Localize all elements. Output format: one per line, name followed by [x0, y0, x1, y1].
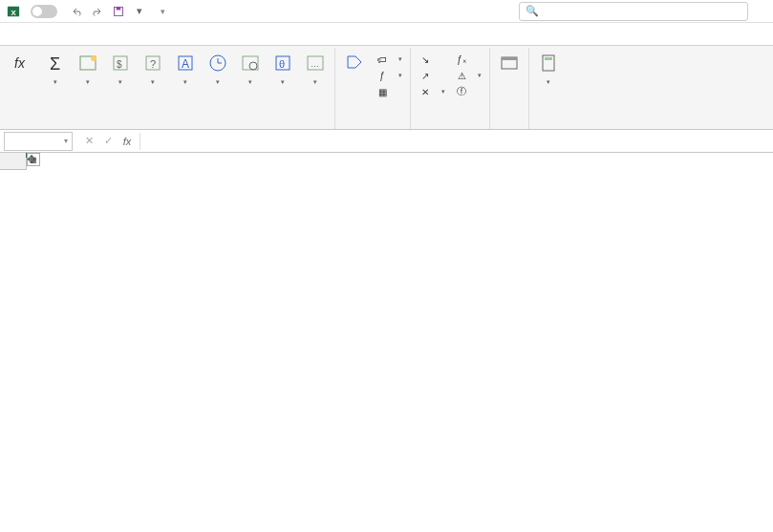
svg-rect-22	[502, 57, 517, 60]
create-from-selection-button[interactable]: ▦	[374, 84, 404, 99]
tag-small-icon: 🏷	[376, 53, 389, 66]
svg-text:?: ?	[150, 58, 156, 70]
remove-arrows-button[interactable]: ✕▾	[417, 84, 447, 99]
filename-chevron-icon[interactable]: ▾	[161, 7, 165, 16]
trace-precedents-button[interactable]: ↘	[417, 52, 447, 67]
clock-icon	[206, 52, 229, 74]
financial-icon: $	[109, 52, 132, 74]
calculator-icon	[537, 52, 560, 74]
autosum-button[interactable]: Σ ▾	[40, 50, 71, 88]
eval-icon: ⓕ	[455, 85, 468, 98]
svg-point-16	[249, 62, 257, 70]
insert-function-button[interactable]: fx	[8, 50, 38, 78]
error-check-button[interactable]: ⚠▾	[453, 68, 483, 83]
svg-text:fx: fx	[14, 55, 26, 71]
chevron-down-icon: ▾	[64, 137, 68, 145]
name-box[interactable]: ▾	[4, 132, 73, 151]
more-icon: …	[304, 52, 327, 74]
title-bar: X ▾ ▾ 🔍	[0, 0, 773, 23]
excel-logo-icon: X	[6, 4, 21, 19]
svg-text:θ: θ	[279, 58, 285, 70]
svg-rect-3	[117, 7, 121, 10]
qat-dropdown[interactable]: ▾	[132, 4, 147, 19]
logical-button[interactable]: ? ▾	[138, 50, 168, 88]
svg-rect-24	[545, 57, 552, 60]
smart-tag-icon[interactable]: ▦	[27, 153, 40, 166]
math-button[interactable]: θ ▾	[268, 50, 298, 88]
svg-text:$: $	[117, 59, 122, 70]
svg-text:Σ: Σ	[50, 54, 60, 74]
datetime-button[interactable]: ▾	[203, 50, 233, 88]
recent-functions-button[interactable]: ▾	[73, 50, 103, 88]
other-functions-button[interactable]: … ▾	[300, 50, 331, 88]
tag-icon	[343, 52, 366, 74]
svg-text:A: A	[182, 57, 189, 71]
sigma-icon: Σ	[44, 52, 67, 74]
name-manager-button[interactable]	[339, 50, 370, 78]
ribbon: fx Σ ▾ ▾ $ ▾ ? ▾ A ▾	[0, 46, 773, 130]
recent-icon	[76, 52, 99, 74]
svg-point-7	[91, 55, 97, 61]
logical-icon: ?	[141, 52, 164, 74]
define-name-button[interactable]: 🏷▾	[374, 52, 404, 67]
text-button[interactable]: A ▾	[170, 50, 201, 88]
fx-icon: fx	[11, 52, 34, 74]
show-formulas-button[interactable]: ƒₓ	[453, 52, 483, 67]
lookup-button[interactable]: ▾	[235, 50, 266, 88]
autosave-toggle[interactable]	[27, 5, 61, 18]
evaluate-formula-button[interactable]: ⓕ	[453, 84, 483, 99]
fx-button[interactable]: fx	[118, 133, 136, 150]
ribbon-tabs	[0, 23, 773, 46]
arrow-out-icon: ↗	[419, 69, 432, 82]
select-all-corner[interactable]	[0, 153, 27, 170]
financial-button[interactable]: $ ▾	[105, 50, 136, 88]
text-icon: A	[174, 52, 197, 74]
spreadsheet-grid[interactable]: ▦ ✥	[0, 153, 773, 532]
fx-small-icon: ƒ	[376, 69, 389, 82]
arrow-in-icon: ↘	[419, 53, 432, 66]
save-button[interactable]	[111, 4, 126, 19]
theta-icon: θ	[271, 52, 294, 74]
enter-button[interactable]: ✓	[99, 133, 117, 150]
toggle-off-icon[interactable]	[31, 5, 57, 18]
lookup-icon	[239, 52, 262, 74]
formula-input[interactable]	[140, 132, 773, 151]
svg-text:…: …	[311, 59, 319, 69]
search-input[interactable]: 🔍	[519, 2, 748, 21]
show-formula-icon: ƒₓ	[455, 53, 468, 66]
cancel-button[interactable]: ✕	[80, 133, 97, 150]
remove-arrow-icon: ✕	[419, 85, 432, 98]
use-in-formula-button[interactable]: ƒ▾	[374, 68, 404, 83]
grid-small-icon: ▦	[376, 85, 389, 98]
undo-button[interactable]	[69, 4, 84, 19]
watch-icon	[498, 52, 521, 74]
search-icon: 🔍	[526, 5, 539, 17]
calc-options-button[interactable]: ▾	[533, 50, 564, 88]
trace-dependents-button[interactable]: ↗	[417, 68, 447, 83]
redo-button[interactable]	[90, 4, 105, 19]
formula-bar: ▾ ✕ ✓ fx	[0, 130, 773, 153]
watch-window-button[interactable]	[494, 50, 525, 78]
warning-icon: ⚠	[455, 69, 468, 82]
svg-text:X: X	[11, 8, 16, 16]
